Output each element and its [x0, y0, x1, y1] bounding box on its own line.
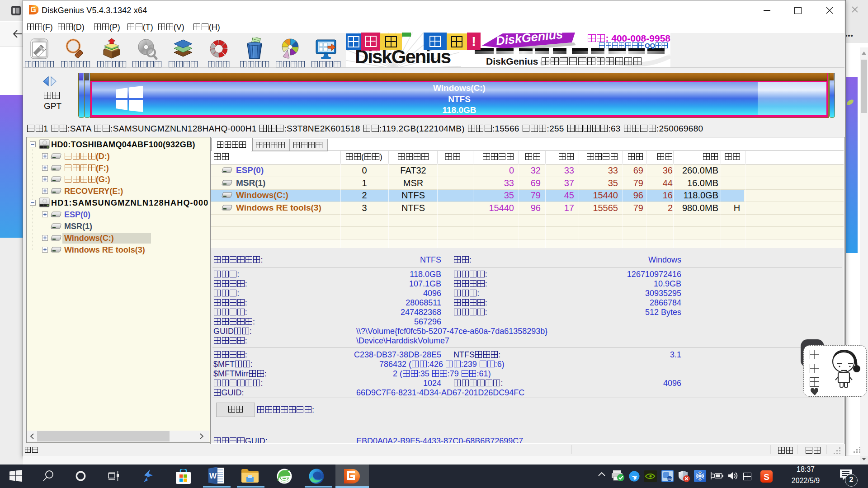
svg-text:intel: intel — [667, 478, 672, 480]
svg-text:W: W — [209, 472, 217, 480]
svg-text:S: S — [764, 472, 769, 482]
